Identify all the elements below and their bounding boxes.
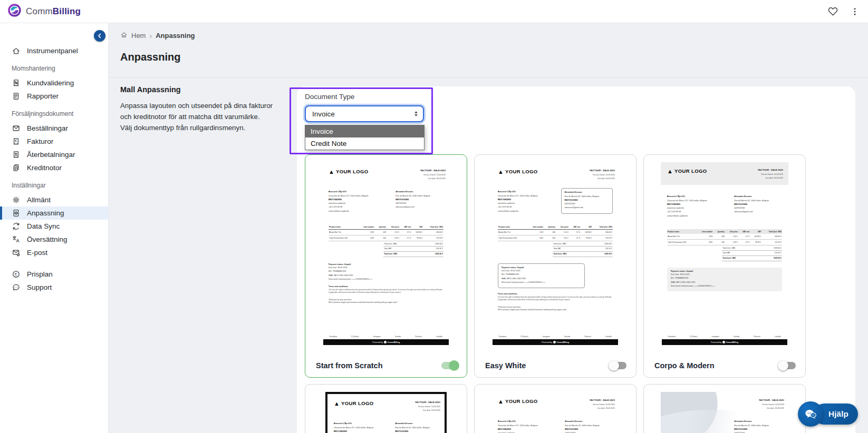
table-cell: 1162	[696, 240, 713, 245]
overflow-menu-icon[interactable]	[850, 7, 860, 16]
address-line: BE0710862809	[334, 430, 388, 433]
total-value: 1309.84 €	[435, 243, 443, 245]
payment-line: Due Date: 30-05-2024	[671, 273, 778, 276]
invoice-sender: Brasserie L'Épi d'OrChaussée de Wavre 21…	[667, 420, 727, 433]
breadcrumb-home[interactable]: Hem	[131, 32, 146, 40]
sidebar-item-allm-nt[interactable]: Allmänt	[0, 193, 108, 206]
address-line: BE0701033456	[565, 199, 609, 202]
social-link-facebook: Facebook	[668, 336, 676, 338]
path	[99, 34, 100, 38]
template-card-corpo-modern[interactable]: ▲YOUR LOGO FACTUUR : SALE-0023 Factuur D…	[643, 154, 806, 378]
invoice-addresses: Brasserie L'Épi d'OrChaussée de Wavre 21…	[334, 422, 438, 433]
toggle-thumb	[609, 360, 619, 371]
sidebar-item-terbetalningar[interactable]: Återbetalningar	[0, 148, 108, 161]
address-line: Alexandra Dessaux	[396, 191, 443, 193]
terms-title: Terms and conditions	[329, 286, 443, 288]
top-bar: CommBilling	[0, 0, 868, 23]
template-card-start-from-scratch[interactable]: ▲YOUR LOGO FACTUUR : SALE-0023 Factuur D…	[305, 154, 467, 378]
invoice-terms: Terms and conditions You have the right …	[329, 286, 443, 294]
template-toggle-easy-white[interactable]	[610, 360, 628, 371]
invoice-date: Factuur Datum: 10-06-2025	[590, 173, 615, 177]
address-line: Alexandra Dessaux	[395, 422, 438, 425]
template-toggle-corpo-modern[interactable]	[779, 360, 797, 371]
sidebar-item-e-post[interactable]: E-post	[0, 246, 108, 259]
tr: Product nameItem numberQuantityUnit pric…	[329, 224, 443, 230]
sidebar-collapse-button[interactable]	[94, 30, 105, 42]
template-info-block: Mall Anpassning Anpassa layouten och uts…	[120, 85, 285, 133]
invoice-meta: FACTUUR : SALE-0023 Factuur Datum: 10-06…	[420, 169, 446, 180]
logo-triangle-icon: ▲	[334, 401, 340, 406]
footer-logo-icon	[553, 341, 556, 343]
table-cell: 1123	[527, 230, 544, 235]
thanks-line: We're proud to support your business and…	[498, 309, 613, 311]
path	[13, 197, 19, 203]
table-header: Quantity	[713, 229, 725, 234]
address-line: Chaussée de Wavre 217, 1050 Ixelles, Bel…	[498, 195, 554, 198]
sidebar-item-prisplan[interactable]: €Prisplan	[0, 268, 108, 281]
path	[828, 8, 837, 15]
sidebar-item-support[interactable]: Support	[0, 281, 108, 294]
table-cell: Triple Fermentation 33cl	[329, 235, 358, 241]
document-type-select[interactable]: Invoice	[305, 105, 424, 122]
terms-body: You have the right to withdraw from this…	[498, 296, 613, 301]
table-cell: 1123	[696, 234, 713, 240]
table-cell: Triple Fermentation 33cl	[667, 240, 696, 245]
template-card-easy-white[interactable]: ▲YOUR LOGO FACTUUR : SALE-0023 Factuur D…	[474, 154, 636, 378]
total-value: 1309.84 €	[774, 247, 782, 249]
reports-icon	[12, 92, 21, 101]
sidebar-item-kreditnotor[interactable]: Kreditnotor	[0, 161, 108, 174]
sidebar-item-kundvalidering[interactable]: Kundvalidering	[0, 76, 108, 90]
total-value: 1625.50 €	[435, 253, 443, 255]
template-toggle-start-from-scratch[interactable]	[440, 360, 458, 371]
sidebar-item-rapporter[interactable]: Rapporter	[0, 90, 108, 103]
social-link-pinterest: Pinterest	[754, 336, 760, 338]
favorites-heart-icon[interactable]	[827, 6, 838, 17]
help-chat-icon[interactable]	[798, 401, 823, 427]
sidebar-item-fakturor[interactable]: €Fakturor	[0, 135, 108, 148]
page-title: Anpassning	[120, 51, 868, 63]
dropdown-option-invoice[interactable]: Invoice	[305, 125, 424, 137]
help-button[interactable]: Hjälp	[814, 404, 858, 425]
address-line: 0467322943	[734, 207, 782, 210]
table-cell: 109.84 €	[411, 230, 423, 235]
table-header: VAT rate	[400, 224, 411, 230]
table-cell: 146	[374, 235, 387, 241]
invoice-date: Factuur Datum: 10-06-2025	[420, 173, 446, 177]
circle	[854, 11, 856, 12]
sidebar-item-label: Översättning	[27, 235, 67, 243]
email-icon	[12, 248, 21, 257]
sidebar-item-best-llningar[interactable]: Beställningar	[0, 122, 108, 135]
sidebar-item-anpassning[interactable]: Anpassning	[0, 206, 108, 220]
terms-body: You have the right to withdraw from this…	[329, 289, 443, 294]
logo-triangle-icon: ▲	[498, 399, 504, 404]
table-header: VAT	[581, 224, 592, 230]
footer-powered-by: Powered by	[711, 341, 721, 343]
table-cell: 1162	[527, 235, 544, 241]
template-card-row2-1[interactable]: ▲YOUR LOGO FACTUUR : SALE-0023 Factuur D…	[305, 384, 467, 433]
template-name: Easy White	[485, 361, 526, 370]
sidebar-item-label: E-post	[27, 249, 47, 257]
invoice-thanks: Thank you for your purchase.We're proud …	[329, 299, 443, 304]
logo-triangle-icon: ▲	[498, 169, 504, 174]
template-card-row2-3[interactable]: ▲YOUR LOGO FACTUUR : SALE-0023 Factuur D…	[643, 384, 806, 433]
sidebar-item-label: Återbetalningar	[27, 151, 75, 159]
home-icon[interactable]	[120, 31, 128, 40]
dropdown-option-credit-note[interactable]: Credit Note	[305, 137, 424, 150]
svg	[12, 209, 21, 218]
social-link-facebook: Facebook	[330, 336, 337, 338]
address-line: BE0710862809	[498, 428, 557, 431]
svg	[12, 124, 21, 133]
sidebar-item-instrumentpanel[interactable]: Instrumentpanel	[0, 44, 108, 57]
sidebar-item-vers-ttning[interactable]: AÖversättning	[0, 233, 108, 246]
path	[14, 126, 19, 129]
table-cell: 146	[713, 240, 725, 245]
sidebar-item-label: Fakturor	[27, 137, 53, 145]
table-cell: 146	[544, 235, 556, 241]
invoice-sender: Brasserie L'Épi d'OrChaussée de Wavre 21…	[498, 420, 557, 433]
sidebar-item-label: Instrumentpanel	[27, 47, 78, 55]
social-link-pinterest: Pinterest	[415, 336, 422, 338]
sidebar-item-data-sync[interactable]: Data Sync	[0, 220, 108, 233]
template-card-row2-2[interactable]: ▲YOUR LOGO FACTUUR : SALE-0023 Factuur D…	[474, 384, 636, 433]
payment-status-lines: Due Date: 30-05-2024BIC: TRWIBEB1XXXIBAN…	[329, 267, 443, 281]
invoice-header: ▲YOUR LOGO FACTUUR : SALE-0023 Factuur D…	[661, 392, 788, 410]
